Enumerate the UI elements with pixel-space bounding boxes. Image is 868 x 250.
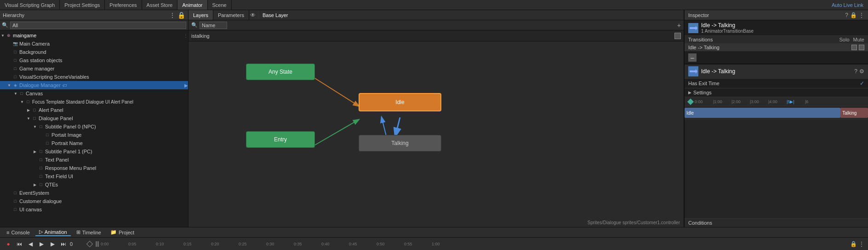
- play-button[interactable]: ▶: [37, 239, 46, 249]
- bottom-tab-bar: ≡ Console ▷ Animation ⊞ Timeline 📁 Proje…: [0, 227, 868, 237]
- settings-row[interactable]: ▶ Settings: [685, 88, 868, 97]
- hierarchy-lock-icon[interactable]: 🔒: [177, 12, 185, 19]
- param-name-input[interactable]: [200, 22, 227, 29]
- lock-timeline-button[interactable]: 🔒: [850, 241, 857, 247]
- ruler-mark-1: |1:00: [713, 99, 722, 104]
- tree-item-text-field-ui[interactable]: □ Text Field UI: [0, 172, 188, 180]
- tab-timeline[interactable]: ⊞ Timeline: [73, 229, 105, 236]
- entry-node[interactable]: Entry: [246, 131, 315, 148]
- canvas-footer: Sprites/Dialogue sprites/Customer1.contr…: [588, 220, 680, 225]
- hierarchy-title: Hierarchy: [3, 12, 169, 18]
- solo-checkbox[interactable]: [851, 45, 857, 50]
- visibility-toggle-icon[interactable]: 👁: [249, 12, 257, 19]
- insp2-question-icon[interactable]: ?: [854, 68, 857, 75]
- mute-checkbox[interactable]: [859, 45, 864, 50]
- svg-line-3: [382, 117, 386, 136]
- param-istalking-checkbox[interactable]: [674, 33, 681, 39]
- dialogue-panel-icon: □: [31, 115, 38, 122]
- top-tab-bar: Visual Scripting Graph Project Settings …: [0, 0, 868, 10]
- tree-label-alert-panel: Alert Panel: [39, 107, 63, 113]
- tree-item-customer-dialogue[interactable]: □ Customer dialogue: [0, 197, 188, 205]
- skip-to-end-button[interactable]: ⏭: [59, 239, 68, 249]
- settings-expand-icon: ▶: [688, 90, 691, 95]
- auto-live-link-button[interactable]: Auto Live Link: [827, 1, 868, 9]
- record-button[interactable]: ●: [4, 239, 13, 249]
- tree-item-qtes[interactable]: ▶ □ QTEs: [0, 180, 188, 189]
- tab-visual-scripting[interactable]: Visual Scripting Graph: [0, 0, 60, 10]
- tree-item-text-panel[interactable]: □ Text Panel: [0, 156, 188, 164]
- inspector-menu-icon[interactable]: ⋮: [859, 12, 864, 18]
- tab-animator[interactable]: Animator: [177, 0, 207, 10]
- tree-item-dialogue-panel[interactable]: ▼ □ Dialogue Panel: [0, 114, 188, 122]
- tree-label-dialogue-panel: Dialogue Panel: [39, 116, 73, 121]
- skip-to-start-button[interactable]: ⏮: [15, 239, 24, 249]
- tree-item-alert-panel[interactable]: ▶ □ Alert Panel: [0, 106, 188, 114]
- playback-bars: [96, 241, 99, 247]
- add-param-button[interactable]: +: [677, 22, 681, 29]
- next-frame-button[interactable]: ▶: [48, 239, 57, 249]
- insp2-settings-icon[interactable]: ⚙: [859, 68, 864, 75]
- tree-item-ui-canvas[interactable]: □ UI canvas: [0, 205, 188, 214]
- tab-preferences[interactable]: Preferences: [105, 0, 142, 10]
- tree-item-portrait-name[interactable]: □ Portrait Name: [0, 139, 188, 147]
- tree-item-main-camera[interactable]: 📷 Main Camera: [0, 40, 188, 48]
- idle-track: Idle Talking: [685, 106, 868, 119]
- subtitle-npc-icon: □: [38, 123, 44, 130]
- talking-state-node[interactable]: Talking: [359, 135, 441, 151]
- idle-state-node[interactable]: Idle: [359, 93, 441, 111]
- tree-label-main-camera: Main Camera: [19, 41, 50, 47]
- tree-label-subtitle-npc: Subtitle Panel 0 (NPC): [45, 124, 96, 129]
- tree-item-subtitle-pc[interactable]: ▶ □ Subtitle Panel 1 (PC): [0, 147, 188, 156]
- timeline-ruler-bottom[interactable]: 0:00 0:05 0:10 0:15 0:20 0:25 0:30 0:35 …: [101, 238, 848, 250]
- transition-name-block: Idle -> Talking 1 AnimatorTransitionBase: [701, 22, 754, 34]
- tl-mark-10: 0:50: [377, 242, 385, 246]
- tree-item-canvas[interactable]: ▼ □ Canvas: [0, 89, 188, 98]
- hierarchy-menu-icon[interactable]: ⋮: [169, 12, 176, 19]
- tab-layers[interactable]: Layers: [188, 10, 213, 20]
- remove-transition-button[interactable]: –: [688, 53, 697, 62]
- any-state-node[interactable]: Any State: [246, 64, 315, 80]
- tab-project-settings[interactable]: Project Settings: [60, 0, 105, 10]
- prev-frame-button[interactable]: ◀: [26, 239, 35, 249]
- alert-panel-icon: □: [31, 107, 38, 113]
- tree-item-maingame[interactable]: ▼ ⊕ maingame ⋮: [0, 31, 188, 40]
- tl-mark-2: 0:10: [156, 242, 164, 246]
- tree-item-vs-scene-vars[interactable]: □ VisualScripting SceneVariables: [0, 73, 188, 81]
- tl-mark-8: 0:40: [321, 242, 330, 246]
- insp2-header: Idle -> Talking ? ⚙: [685, 64, 868, 79]
- tab-console[interactable]: ≡ Console: [3, 229, 34, 236]
- portait-icon: □: [44, 132, 51, 138]
- animator-canvas[interactable]: Any State Entry Idle Talking Sprites/Dia…: [188, 41, 684, 227]
- tree-item-gas-station[interactable]: □ Gas station objects: [0, 56, 188, 64]
- tree-label-canvas: Canvas: [26, 91, 43, 96]
- tab-animation[interactable]: ▷ Animation: [35, 228, 71, 236]
- transition-row[interactable]: Idle -> Talking: [685, 44, 868, 52]
- mute-label: Mute: [853, 37, 864, 42]
- tree-item-subtitle-npc[interactable]: ▼ □ Subtitle Panel 0 (NPC): [0, 122, 188, 131]
- tab-scene[interactable]: Scene: [208, 0, 232, 10]
- tree-item-dialogue-manager[interactable]: ▼ ◈ Dialogue Manager 🏷 ▶: [0, 81, 188, 89]
- tree-item-eventsystem[interactable]: □ EventSystem: [0, 189, 188, 197]
- hierarchy-search-input[interactable]: [10, 22, 186, 29]
- tab-parameters[interactable]: Parameters: [213, 10, 249, 20]
- insp2-icons: ? ⚙: [854, 68, 864, 75]
- tree-item-background[interactable]: □ Background: [0, 48, 188, 56]
- ui-canvas-icon: □: [12, 206, 18, 213]
- transition-row-name: Idle -> Talking: [688, 45, 850, 50]
- tab-asset-store[interactable]: Asset Store: [142, 0, 178, 10]
- tree-item-portait-image[interactable]: □ Portait Image: [0, 131, 188, 139]
- tree-item-response-menu[interactable]: □ Response Menu Panel: [0, 164, 188, 172]
- svg-marker-6: [696, 26, 697, 30]
- inspector-question-icon[interactable]: ?: [845, 12, 848, 18]
- tree-item-focus-template[interactable]: ▼ □ Focus Template Standard Dialogue UI …: [0, 98, 188, 106]
- tree-item-game-manager[interactable]: □ Game manager: [0, 64, 188, 73]
- svg-rect-4: [690, 27, 693, 29]
- tab-project[interactable]: 📁 Project: [107, 229, 138, 236]
- transition-header: Idle -> Talking 1 AnimatorTransitionBase: [685, 20, 868, 36]
- project-tab-icon: 📁: [110, 229, 117, 235]
- has-exit-time-checkmark[interactable]: ✓: [860, 80, 864, 87]
- timeline-settings-button[interactable]: ⋮: [859, 241, 864, 247]
- ruler-mark-6: |6: [805, 99, 808, 104]
- inspector-lock-icon[interactable]: 🔒: [850, 12, 857, 18]
- tree-label-vs: VisualScripting SceneVariables: [19, 74, 89, 80]
